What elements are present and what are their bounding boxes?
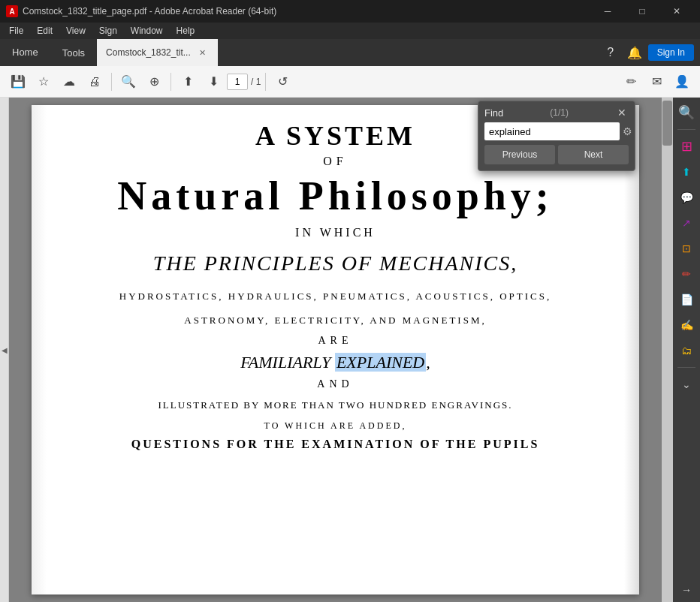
page-line-8: FAMILIARLY EXPLAINED, xyxy=(62,353,609,372)
menu-file[interactable]: File xyxy=(3,24,29,38)
familiarly-text: FAMILIARLY xyxy=(240,353,335,372)
app-icon: A xyxy=(6,5,18,17)
next-page-button[interactable]: ⬇ xyxy=(201,70,225,94)
export-pdf-icon[interactable]: ⬆ xyxy=(674,160,698,184)
save-button[interactable]: 💾 xyxy=(6,70,30,94)
tab-tools[interactable]: Tools xyxy=(50,39,97,66)
send-button[interactable]: ✉ xyxy=(644,70,668,94)
account-button[interactable]: 👤 xyxy=(670,70,694,94)
maximize-button[interactable]: □ xyxy=(625,0,659,23)
page-line-9: AND xyxy=(62,378,609,390)
page-line-11: TO WHICH ARE ADDED, xyxy=(62,420,609,432)
left-panel-toggle[interactable]: ◀ xyxy=(0,98,9,602)
page-line-7: ARE xyxy=(62,335,609,347)
find-options-icon[interactable]: ⚙ xyxy=(623,123,632,140)
menu-bar: File Edit View Sign Window Help xyxy=(0,23,700,39)
previous-page-button[interactable]: ⬆ xyxy=(176,70,200,94)
find-title: Find xyxy=(484,107,503,119)
find-close-button[interactable]: ✕ xyxy=(615,106,629,119)
tab-bar: Home Tools Comstock_1832_tit... ✕ ? 🔔 Si… xyxy=(0,39,700,66)
menu-sign[interactable]: Sign xyxy=(93,24,123,38)
print-button[interactable]: 🖨 xyxy=(83,70,107,94)
right-panel: 🔍 ⊞ ⬆ 💬 ↗ ⊡ ✏ 📄 ✍ 🗂 ⌄ → xyxy=(673,98,700,602)
page-number-input[interactable] xyxy=(227,74,248,90)
arrow-right-icon[interactable]: → xyxy=(674,578,698,602)
find-previous-button[interactable]: Previous xyxy=(484,145,555,164)
minimize-button[interactable]: ─ xyxy=(590,0,625,23)
share-button[interactable]: ☁ xyxy=(57,70,81,94)
menu-help[interactable]: Help xyxy=(170,24,201,38)
enhance-scan-icon[interactable]: ⊡ xyxy=(674,236,698,260)
protect-icon[interactable]: 📄 xyxy=(674,287,698,312)
organize-pages-icon[interactable]: ⊞ xyxy=(674,134,698,158)
search-panel-icon[interactable]: 🔍 xyxy=(674,101,698,125)
help-icon[interactable]: ? xyxy=(600,42,621,63)
zoom-out-button[interactable]: 🔍 xyxy=(116,70,140,94)
stamp-icon[interactable]: 🗂 xyxy=(674,339,698,363)
redact-icon[interactable]: ✏ xyxy=(674,262,698,286)
menu-view[interactable]: View xyxy=(60,24,92,38)
comment-icon[interactable]: 💬 xyxy=(674,185,698,209)
page-line-6b: ASTRONOMY, ELECTRICITY, AND MAGNETISM, xyxy=(62,312,609,329)
toolbar: 💾 ☆ ☁ 🖨 🔍 ⊕ ⬆ ⬇ / 1 ↺ ✏ ✉ 👤 xyxy=(0,66,700,98)
page-line-5: THE PRINCIPLES OF MECHANICS, xyxy=(62,251,609,275)
page-line-12: QUESTIONS FOR THE EXAMINATION OF THE PUP… xyxy=(62,438,609,451)
left-chevron-icon: ◀ xyxy=(2,346,8,354)
menu-edit[interactable]: Edit xyxy=(31,24,59,38)
expand-panel-icon[interactable]: ⌄ xyxy=(674,372,698,396)
title-bar: A Comstock_1832_title_page.pdf - Adobe A… xyxy=(0,0,700,23)
explained-highlight: EXPLAINED xyxy=(335,353,426,372)
page-line-3: Natural Philosophy; xyxy=(62,174,609,218)
find-next-button[interactable]: Next xyxy=(558,145,629,164)
tab-home[interactable]: Home xyxy=(0,39,50,66)
sign-in-button[interactable]: Sign In xyxy=(648,44,694,61)
bookmark-button[interactable]: ☆ xyxy=(32,70,56,94)
menu-window[interactable]: Window xyxy=(125,24,169,38)
edit-pdf-button[interactable]: ✏ xyxy=(619,70,643,94)
find-search-input[interactable] xyxy=(484,122,620,140)
page-line-6a: HYDROSTATICS, HYDRAULICS, PNEUMATICS, AC… xyxy=(62,287,609,305)
send-file-icon[interactable]: ↗ xyxy=(674,211,698,235)
pdf-page: A SYSTEM OF Natural Philosophy; IN WHICH… xyxy=(32,105,639,594)
pdf-viewer: A SYSTEM OF Natural Philosophy; IN WHICH… xyxy=(9,98,673,602)
close-button[interactable]: ✕ xyxy=(659,0,694,23)
rotate-button[interactable]: ↺ xyxy=(270,70,294,94)
notifications-icon[interactable]: 🔔 xyxy=(624,42,645,63)
tab-document[interactable]: Comstock_1832_tit... ✕ xyxy=(97,39,218,66)
scrollbar-thumb[interactable] xyxy=(662,101,672,146)
main-area: ◀ A SYSTEM OF Natural Philosophy; IN WHI… xyxy=(0,98,700,602)
fill-sign-icon[interactable]: ✍ xyxy=(674,313,698,337)
vertical-scrollbar[interactable] xyxy=(662,98,673,602)
zoom-in-button[interactable]: ⊕ xyxy=(142,70,166,94)
page-line-10: ILLUSTRATED BY MORE THAN TWO HUNDRED ENG… xyxy=(62,396,609,414)
page-line-4: IN WHICH xyxy=(62,226,609,239)
comma-text: , xyxy=(426,353,430,372)
find-count: (1/1) xyxy=(550,107,569,118)
find-dialog: Find (1/1) ✕ ⚙ Previous Next xyxy=(478,101,635,171)
tab-close-button[interactable]: ✕ xyxy=(197,47,209,59)
page-total: / 1 xyxy=(251,77,261,87)
window-title: Comstock_1832_title_page.pdf - Adobe Acr… xyxy=(23,6,276,17)
